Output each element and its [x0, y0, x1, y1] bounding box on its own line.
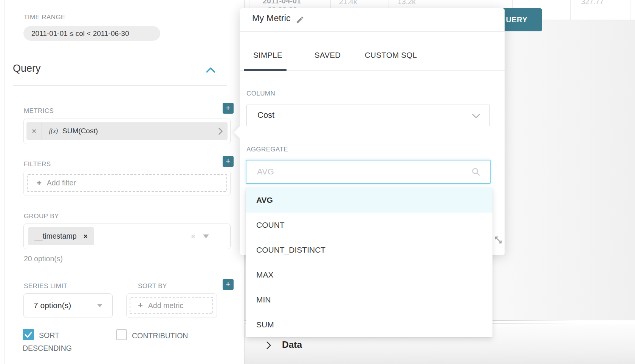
resize-handle-icon[interactable] [494, 235, 503, 245]
add-metric-button[interactable]: + [223, 103, 234, 114]
chevron-right-icon[interactable] [266, 341, 272, 350]
aggregate-option-count[interactable]: COUNT [246, 213, 493, 238]
filters-container: + Add filter [23, 171, 231, 196]
plus-icon: + [138, 301, 143, 310]
time-range-pill[interactable]: 2011-01-01 ≤ col < 2011-06-30 [23, 26, 160, 41]
time-range-label: TIME RANGE [24, 14, 65, 21]
chevron-right-icon[interactable] [213, 127, 228, 135]
add-filter-dropzone[interactable]: + Add filter [27, 174, 227, 192]
popover-header-divider [240, 31, 505, 32]
group-by-select[interactable]: __timestamp × × [23, 224, 231, 249]
popover-arrow [234, 126, 246, 139]
add-filter-placeholder: Add filter [47, 179, 76, 187]
contribution-checkbox-row[interactable]: CONTRIBUTION [116, 329, 188, 342]
metric-name: SUM(Cost) [62, 127, 98, 135]
tab-simple[interactable]: SIMPLE [253, 51, 282, 60]
add-sort-metric-dropzone[interactable]: + Add metric [130, 297, 213, 314]
aggregate-placeholder: AVG [257, 167, 471, 177]
table-gridline [630, 0, 630, 20]
table-cell-value: 13.2k [398, 0, 416, 6]
series-limit-select[interactable]: 7 option(s) [23, 293, 113, 318]
group-by-options-count: 20 option(s) [24, 254, 63, 263]
sort-descending-checkbox-row[interactable]: SORT DESCENDING [23, 329, 90, 355]
aggregate-label: AGGREGATE [246, 146, 288, 153]
chevron-down-icon [472, 114, 480, 119]
tab-saved[interactable]: SAVED [314, 51, 341, 60]
aggregate-search-input[interactable]: AVG [246, 160, 491, 184]
search-icon [471, 167, 481, 177]
aggregate-option-count-distinct[interactable]: COUNT_DISTINCT [246, 238, 493, 262]
caret-down-icon [97, 304, 102, 307]
checkbox-checked-icon[interactable] [23, 329, 34, 340]
clear-select-icon[interactable]: × [191, 224, 195, 248]
table-cell-date: 2011-04-01 [263, 0, 301, 5]
group-by-label: GROUP BY [24, 213, 59, 220]
group-by-tag[interactable]: __timestamp × [28, 227, 94, 245]
add-metric-placeholder: Add metric [148, 301, 183, 310]
panel-left-border [4, 0, 5, 364]
sort-by-container: + Add metric [126, 293, 217, 318]
function-icon: f(x) [49, 127, 58, 135]
plus-icon: + [37, 178, 42, 188]
aggregate-option-max[interactable]: MAX [246, 262, 493, 287]
active-tab-underline [244, 69, 287, 71]
metric-title: My Metric [252, 13, 291, 23]
remove-metric-icon[interactable]: × [26, 127, 42, 136]
section-divider [13, 85, 227, 86]
filters-label: FILTERS [24, 160, 51, 168]
table-cell-value: 327.77 [567, 0, 604, 6]
aggregate-options-dropdown: AVG COUNT COUNT_DISTINCT MAX MIN SUM [246, 188, 493, 337]
table-cell-value: 21.4k [339, 0, 357, 6]
sort-by-label: SORT BY [138, 282, 167, 290]
caret-down-icon [203, 234, 209, 238]
series-limit-label: SERIES LIMIT [24, 282, 67, 290]
query-section-title: Query [13, 63, 41, 74]
column-label: COLUMN [246, 90, 275, 97]
column-select[interactable]: Cost [246, 105, 490, 126]
tab-custom-sql[interactable]: CUSTOM SQL [365, 51, 417, 60]
remove-tag-icon[interactable]: × [84, 232, 88, 241]
pill-separator [42, 122, 42, 140]
metric-pill[interactable]: × f(x) SUM(Cost) [26, 122, 228, 140]
group-by-tag-label: __timestamp [34, 232, 77, 241]
aggregate-option-sum[interactable]: SUM [246, 312, 493, 337]
contribution-label: CONTRIBUTION [132, 332, 188, 340]
edit-pencil-icon[interactable] [296, 15, 304, 24]
series-limit-value: 7 option(s) [34, 301, 71, 310]
metrics-label: METRICS [24, 107, 54, 115]
aggregate-option-avg[interactable]: AVG [246, 188, 493, 213]
aggregate-option-min[interactable]: MIN [246, 287, 493, 312]
data-panel-title: Data [282, 339, 302, 350]
chevron-up-icon[interactable] [206, 67, 216, 73]
checkbox-unchecked-icon[interactable] [116, 329, 127, 340]
add-filter-button[interactable]: + [223, 156, 234, 167]
add-sort-metric-button[interactable]: + [223, 279, 234, 290]
column-select-value: Cost [257, 110, 274, 120]
